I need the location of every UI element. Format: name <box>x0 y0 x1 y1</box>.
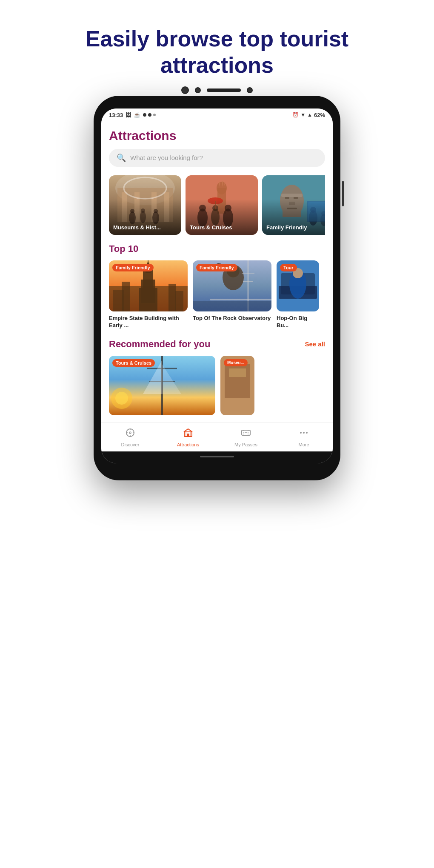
nav-item-discover[interactable]: Discover <box>115 428 145 447</box>
passes-label: My Passes <box>234 442 257 447</box>
speaker-grill <box>207 89 241 92</box>
notification-dots <box>143 113 156 117</box>
museum-label: Museums & Hist... <box>113 224 161 231</box>
hero-title: Easily browse top tourist attractions <box>0 0 434 96</box>
dot3 <box>153 114 156 116</box>
svg-rect-48 <box>139 288 157 311</box>
hop-tag: Tour <box>280 264 297 271</box>
attraction-card-hop[interactable]: Tour Hop-On Big Bu... <box>277 260 319 329</box>
nav-item-more[interactable]: More <box>289 428 319 447</box>
esb-name: Empire State Building with Early ... <box>109 315 188 329</box>
see-all-button[interactable]: See all <box>305 340 325 348</box>
top10-title: Top 10 <box>109 243 325 254</box>
svg-rect-74 <box>229 368 246 377</box>
rec1-tag: Tours & Cruises <box>112 359 155 367</box>
status-left: 13:33 🖼 ☕ <box>109 112 156 118</box>
svg-point-71 <box>115 392 128 405</box>
svg-point-89 <box>300 432 302 434</box>
more-icon <box>299 428 309 440</box>
passes-icon <box>241 428 251 440</box>
hop-image: Tour <box>277 260 319 311</box>
svg-rect-52 <box>175 291 183 311</box>
svg-rect-51 <box>113 290 124 311</box>
esb-tag: Family Friendly <box>112 264 154 271</box>
nav-item-attractions[interactable]: Attractions <box>173 428 203 447</box>
home-bar <box>200 456 234 457</box>
rock-tag: Family Friendly <box>196 264 237 271</box>
search-icon: 🔍 <box>117 153 126 163</box>
svg-rect-60 <box>193 301 271 311</box>
dot1 <box>143 113 146 117</box>
recommended-title: Recommended for you <box>109 339 210 350</box>
discover-icon <box>125 428 135 440</box>
notification-icon: ☕ <box>134 112 140 118</box>
power-button <box>342 181 344 206</box>
svg-rect-59 <box>210 299 271 300</box>
attractions-label: Attractions <box>177 442 199 447</box>
attraction-card-esb[interactable]: Family Friendly Empire State Building wi… <box>109 260 188 329</box>
search-placeholder: What are you looking for? <box>130 154 203 161</box>
svg-point-76 <box>129 432 131 434</box>
svg-point-91 <box>306 432 308 434</box>
camera-dot-right <box>195 87 201 93</box>
bottom-nav: Discover Attractions <box>101 422 333 451</box>
svg-rect-46 <box>148 260 148 264</box>
battery-display: 62% <box>314 112 325 118</box>
wifi-icon: ▼ <box>300 112 306 118</box>
app-title: Attractions <box>109 128 325 143</box>
categories-row: Museums & Hist... <box>109 175 325 235</box>
category-card-tours[interactable]: Tours & Cruises <box>186 175 258 235</box>
svg-rect-82 <box>187 434 189 437</box>
photo-icon: 🖼 <box>126 112 131 118</box>
app-content: Attractions 🔍 What are you looking for? <box>101 120 333 415</box>
status-right: ⏰ ▼ ▲ 62% <box>292 112 325 118</box>
status-bar: 13:33 🖼 ☕ ⏰ ▼ ▲ 62% <box>101 108 333 120</box>
tours-label: Tours & Cruises <box>190 224 232 231</box>
rec-card-2[interactable]: Museu... <box>220 356 254 415</box>
svg-point-90 <box>303 432 305 434</box>
category-card-museums[interactable]: Museums & Hist... <box>109 175 181 235</box>
camera-area <box>181 86 253 94</box>
rock-name: Top Of The Rock Observatory <box>193 315 271 322</box>
time-display: 13:33 <box>109 112 123 118</box>
discover-label: Discover <box>121 442 140 447</box>
attraction-card-rock[interactable]: Family Friendly Top Of The Rock Observat… <box>193 260 271 329</box>
front-camera <box>247 87 253 93</box>
rock-image: Family Friendly <box>193 260 271 311</box>
esb-image: Family Friendly <box>109 260 188 311</box>
more-label: More <box>298 442 309 447</box>
hop-name: Hop-On Big Bu... <box>277 315 319 329</box>
camera-dot-left <box>181 86 189 94</box>
rec2-tag: Museu... <box>224 359 248 366</box>
recommended-header: Recommended for you See all <box>109 339 325 350</box>
recommended-row: Tours & Cruises Museu... <box>109 356 325 415</box>
top10-row: Family Friendly Empire State Building wi… <box>109 260 325 329</box>
signal-icon: ▲ <box>307 112 312 118</box>
phone-screen: 13:33 🖼 ☕ ⏰ ▼ ▲ 62% Attractions <box>101 108 333 463</box>
search-bar[interactable]: 🔍 What are you looking for? <box>109 149 325 167</box>
alarm-icon: ⏰ <box>292 112 299 118</box>
category-card-family[interactable]: Family Friendly <box>262 175 325 235</box>
phone-frame: 13:33 🖼 ☕ ⏰ ▼ ▲ 62% Attractions <box>94 96 340 480</box>
dot2 <box>148 113 151 117</box>
family-label: Family Friendly <box>266 224 307 231</box>
rec-card-1[interactable]: Tours & Cruises <box>109 356 215 415</box>
attractions-icon <box>183 428 193 440</box>
nav-item-passes[interactable]: My Passes <box>231 428 261 447</box>
home-indicator <box>101 451 333 463</box>
